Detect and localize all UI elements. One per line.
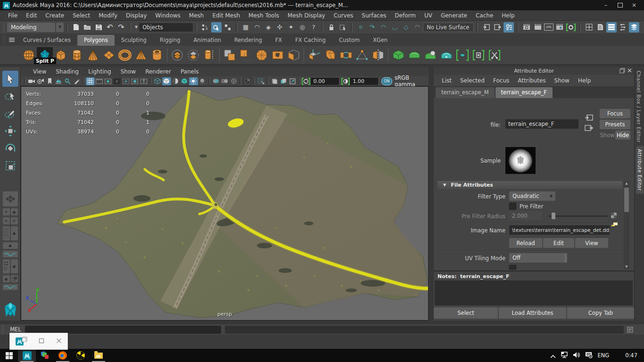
2d-pan-zoom-icon[interactable] <box>63 77 72 85</box>
open-scene-icon[interactable] <box>82 22 92 33</box>
textured-icon[interactable] <box>180 77 189 85</box>
toolbox-layout-icon[interactable] <box>584 22 594 33</box>
paint-select-tool[interactable] <box>2 106 18 122</box>
taskbar-firefox-app[interactable] <box>54 349 72 362</box>
bridge-icon[interactable] <box>338 47 354 63</box>
scroll-down-icon[interactable]: ▼ <box>624 264 629 269</box>
edit-button[interactable]: Edit <box>543 238 574 248</box>
shelf-tab-curves-surfaces[interactable]: Curves / Surfaces <box>17 35 77 46</box>
shelf-tab-rigging[interactable]: Rigging <box>153 35 187 46</box>
image-name-field[interactable]: \textures\terrain\terrain_escape_det.dds <box>509 225 610 235</box>
shelf-tab-fx-caching[interactable]: FX Caching <box>289 35 332 46</box>
wireframe-icon[interactable] <box>153 77 162 85</box>
selection-filter-field[interactable]: Objects <box>139 23 193 32</box>
use-all-lights-icon[interactable] <box>189 77 198 85</box>
select-tool[interactable] <box>2 71 18 87</box>
view-transform-label[interactable]: sRGB gamma <box>395 74 429 88</box>
panel-menu-view[interactable]: View <box>28 68 51 75</box>
output-connection-icon[interactable] <box>585 114 593 123</box>
channel-box-toggle-icon[interactable] <box>629 22 639 33</box>
menu-set-selector[interactable]: Modeling <box>7 23 55 32</box>
presets-button[interactable]: Presets <box>600 120 630 129</box>
fill-hole-icon[interactable] <box>270 47 286 63</box>
highlight-selection-icon[interactable] <box>338 22 348 33</box>
tray-chevron-icon[interactable] <box>550 351 556 360</box>
layout-hypershade-persp-button[interactable]: ◆ <box>2 259 18 273</box>
undo-icon[interactable]: ↶ <box>105 22 115 33</box>
script-editor-icon[interactable] <box>626 325 634 334</box>
layout-four-pane-button[interactable]: + ◆ <box>2 208 18 215</box>
quad-draw-icon[interactable] <box>390 47 406 63</box>
layout-anim-button[interactable] <box>2 284 18 290</box>
save-scene-icon[interactable] <box>93 22 104 33</box>
smooth-shade-icon[interactable] <box>162 77 171 85</box>
exposure-bracket-icon[interactable] <box>302 77 311 85</box>
filter-type-dropdown-arrow-icon[interactable]: ▼ <box>547 191 555 201</box>
select-mask-rendering-icon[interactable]: ◎ <box>297 22 307 33</box>
command-line-grip[interactable] <box>1 325 5 334</box>
render-current-frame-icon[interactable] <box>533 22 543 33</box>
scroll-up-icon[interactable]: ▲ <box>624 181 629 186</box>
shelf-tab-animation[interactable]: Animation <box>187 35 228 46</box>
layout-persp-graph-button[interactable]: ◆ <box>2 242 18 249</box>
menu-mesh-tools[interactable]: Mesh Tools <box>244 12 283 19</box>
gamma-bracket-icon[interactable] <box>341 77 350 85</box>
select-button[interactable]: Select <box>434 307 498 319</box>
separate-icon[interactable] <box>185 47 201 63</box>
snap-point-icon[interactable]: ◠ <box>378 22 388 33</box>
grid-toggle-icon[interactable] <box>86 77 95 85</box>
attribute-editor-scrollbar[interactable]: ▲ ▼ <box>624 181 629 269</box>
layout-two-pane-button[interactable]: + + <box>2 217 18 224</box>
command-input-field[interactable] <box>25 326 221 334</box>
bevel-icon[interactable] <box>322 47 338 63</box>
mirror-icon[interactable] <box>370 47 386 63</box>
panel-menu-lighting[interactable]: Lighting <box>83 68 116 75</box>
connect-tool-icon[interactable] <box>454 47 471 63</box>
target-weld-icon[interactable] <box>354 47 370 63</box>
menu-help[interactable]: Help <box>497 12 519 19</box>
action-center-icon[interactable] <box>585 351 593 360</box>
relax-brush-icon[interactable] <box>422 47 438 63</box>
menu-edit-mesh[interactable]: Edit Mesh <box>208 12 244 19</box>
panel-menu-show[interactable]: Show <box>116 68 140 75</box>
shelf-tab-custom[interactable]: Custom <box>332 35 366 46</box>
menu-surfaces[interactable]: Surfaces <box>357 12 390 19</box>
append-polygon-icon[interactable] <box>286 47 302 63</box>
construction-history-icon[interactable] <box>504 22 514 33</box>
panel-menu-panels[interactable]: Panels <box>176 68 204 75</box>
input-connections-icon[interactable] <box>481 22 491 33</box>
ae-tab-terrain-escape-m[interactable]: terrain_escape_M <box>436 87 495 98</box>
file-attributes-section-header[interactable]: ▼ File Attributes <box>438 181 622 189</box>
poly-cylinder-icon[interactable] <box>69 47 85 63</box>
select-mask-curve-icon[interactable]: ◠ <box>252 22 262 33</box>
move-tool[interactable] <box>2 123 18 139</box>
smooth-icon[interactable] <box>254 47 270 63</box>
show-button[interactable]: Show <box>600 131 615 140</box>
clipped-row-checkbox[interactable] <box>509 265 516 270</box>
dock-tab-channel-box[interactable]: Channel Box / Layer Editor <box>636 71 642 143</box>
shelf-tab-rendering[interactable]: Rendering <box>228 35 269 46</box>
select-mask-deform-icon[interactable]: ✣ <box>274 22 285 33</box>
gate-mask-icon[interactable] <box>113 77 122 85</box>
statusline-grip[interactable] <box>2 23 6 32</box>
menu-create[interactable]: Create <box>41 12 68 19</box>
filter-type-dropdown[interactable]: Quadratic <box>509 191 549 201</box>
start-button[interactable] <box>0 349 18 362</box>
camera-attributes-icon[interactable] <box>36 77 45 85</box>
minimize-button[interactable]: – <box>599 1 613 9</box>
maximize-button[interactable] <box>613 1 627 9</box>
shelf-tab-xgen[interactable]: XGen <box>366 35 394 46</box>
focus-button[interactable]: Focus <box>600 109 630 118</box>
command-language-label[interactable]: MEL <box>6 326 25 333</box>
hide-button[interactable]: Hide <box>615 131 630 140</box>
rotate-tool[interactable] <box>2 140 18 156</box>
menu-set-arrow-icon[interactable]: ▼ <box>56 23 64 32</box>
view-button[interactable]: View <box>575 238 608 248</box>
select-object-mode-icon[interactable] <box>211 22 222 33</box>
lasso-tool[interactable] <box>2 88 18 104</box>
attribute-editor-toggle-icon[interactable] <box>606 22 617 33</box>
network-icon[interactable] <box>561 351 568 360</box>
motion-blur-icon[interactable] <box>220 77 229 85</box>
snap-curve-icon[interactable]: ↷ <box>367 22 377 33</box>
scrollbar-thumb[interactable] <box>624 188 629 212</box>
